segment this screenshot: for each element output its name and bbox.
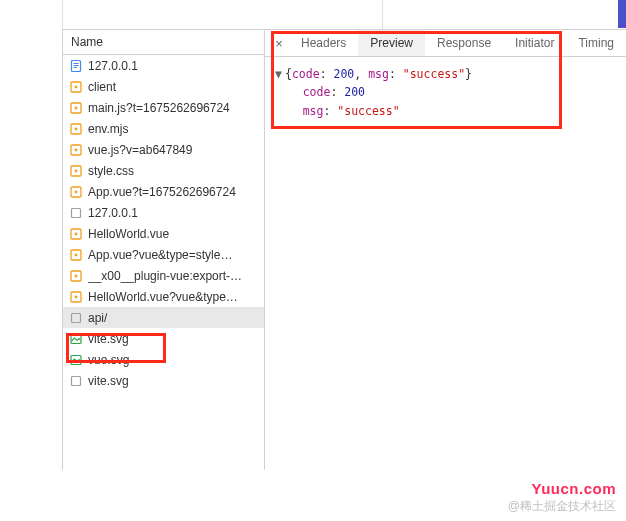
- request-row[interactable]: vite.svg: [63, 370, 264, 391]
- request-label: vue.svg: [88, 353, 129, 367]
- request-label: HelloWorld.vue?vue&type…: [88, 290, 238, 304]
- request-row[interactable]: env.mjs: [63, 118, 264, 139]
- request-row[interactable]: vue.svg: [63, 349, 264, 370]
- request-label: 127.0.0.1: [88, 59, 138, 73]
- request-row[interactable]: api/: [63, 307, 264, 328]
- request-row[interactable]: 127.0.0.1: [63, 202, 264, 223]
- js-file-icon: [69, 227, 83, 241]
- js-file-icon: [69, 185, 83, 199]
- box-file-icon: [69, 374, 83, 388]
- request-label: vite.svg: [88, 332, 129, 346]
- tab-headers[interactable]: Headers: [289, 30, 358, 56]
- svg-point-24: [75, 295, 78, 298]
- request-label: vue.js?v=ab647849: [88, 143, 192, 157]
- expand-arrow-icon[interactable]: ▼: [275, 65, 285, 83]
- js-file-icon: [69, 101, 83, 115]
- request-row[interactable]: App.vue?vue&type=style…: [63, 244, 264, 265]
- details-tabs: × HeadersPreviewResponseInitiatorTiming: [265, 30, 626, 57]
- svg-rect-25: [72, 313, 81, 322]
- svg-point-7: [75, 106, 78, 109]
- json-summary-line[interactable]: ▼{code: 200, msg: "success"}: [275, 65, 616, 83]
- svg-point-11: [75, 148, 78, 151]
- box-file-icon: [69, 206, 83, 220]
- js-file-icon: [69, 248, 83, 262]
- preview-content: ▼{code: 200, msg: "success"} code: 200 m…: [265, 57, 626, 128]
- top-accent-bar: [618, 0, 626, 28]
- svg-point-18: [75, 232, 78, 235]
- svg-point-13: [75, 169, 78, 172]
- request-row[interactable]: HelloWorld.vue?vue&type…: [63, 286, 264, 307]
- request-label: App.vue?vue&type=style…: [88, 248, 232, 262]
- svg-point-22: [75, 274, 78, 277]
- request-label: main.js?t=1675262696724: [88, 101, 230, 115]
- request-label: 127.0.0.1: [88, 206, 138, 220]
- json-prop-code[interactable]: code: 200: [275, 83, 616, 101]
- request-label: api/: [88, 311, 107, 325]
- js-file-icon: [69, 269, 83, 283]
- js-file-icon: [69, 290, 83, 304]
- request-row[interactable]: __x00__plugin-vue:export-…: [63, 265, 264, 286]
- js-file-icon: [69, 122, 83, 136]
- svg-rect-16: [72, 208, 81, 217]
- svg-point-20: [75, 253, 78, 256]
- img-file-icon: [69, 332, 83, 346]
- svg-point-5: [75, 85, 78, 88]
- close-icon[interactable]: ×: [269, 36, 289, 51]
- top-toolbar: [62, 0, 626, 30]
- tab-initiator[interactable]: Initiator: [503, 30, 566, 56]
- img-file-icon: [69, 353, 83, 367]
- request-label: HelloWorld.vue: [88, 227, 169, 241]
- request-row[interactable]: HelloWorld.vue: [63, 223, 264, 244]
- doc-file-icon: [69, 59, 83, 73]
- request-label: style.css: [88, 164, 134, 178]
- request-row[interactable]: 127.0.0.1: [63, 55, 264, 76]
- js-file-icon: [69, 164, 83, 178]
- js-file-icon: [69, 143, 83, 157]
- request-row[interactable]: vue.js?v=ab647849: [63, 139, 264, 160]
- devtools-panel: Name 127.0.0.1clientmain.js?t=1675262696…: [62, 30, 626, 470]
- svg-point-9: [75, 127, 78, 130]
- json-prop-msg[interactable]: msg: "success": [275, 102, 616, 120]
- request-label: env.mjs: [88, 122, 128, 136]
- credit-watermark: @稀土掘金技术社区: [508, 498, 616, 515]
- svg-rect-28: [72, 376, 81, 385]
- request-label: __x00__plugin-vue:export-…: [88, 269, 242, 283]
- request-label: vite.svg: [88, 374, 129, 388]
- svg-point-15: [75, 190, 78, 193]
- details-pane: × HeadersPreviewResponseInitiatorTiming …: [265, 30, 626, 470]
- name-column-header[interactable]: Name: [63, 30, 264, 55]
- request-row[interactable]: App.vue?t=1675262696724: [63, 181, 264, 202]
- js-file-icon: [69, 80, 83, 94]
- request-label: App.vue?t=1675262696724: [88, 185, 236, 199]
- tab-preview[interactable]: Preview: [358, 30, 425, 56]
- request-row[interactable]: vite.svg: [63, 328, 264, 349]
- box-file-icon: [69, 311, 83, 325]
- request-row[interactable]: main.js?t=1675262696724: [63, 97, 264, 118]
- request-label: client: [88, 80, 116, 94]
- request-list: 127.0.0.1clientmain.js?t=1675262696724en…: [63, 55, 264, 470]
- request-row[interactable]: style.css: [63, 160, 264, 181]
- requests-pane: Name 127.0.0.1clientmain.js?t=1675262696…: [63, 30, 265, 470]
- brand-watermark: Yuucn.com: [531, 480, 616, 497]
- request-row[interactable]: client: [63, 76, 264, 97]
- tab-response[interactable]: Response: [425, 30, 503, 56]
- tab-timing[interactable]: Timing: [566, 30, 626, 56]
